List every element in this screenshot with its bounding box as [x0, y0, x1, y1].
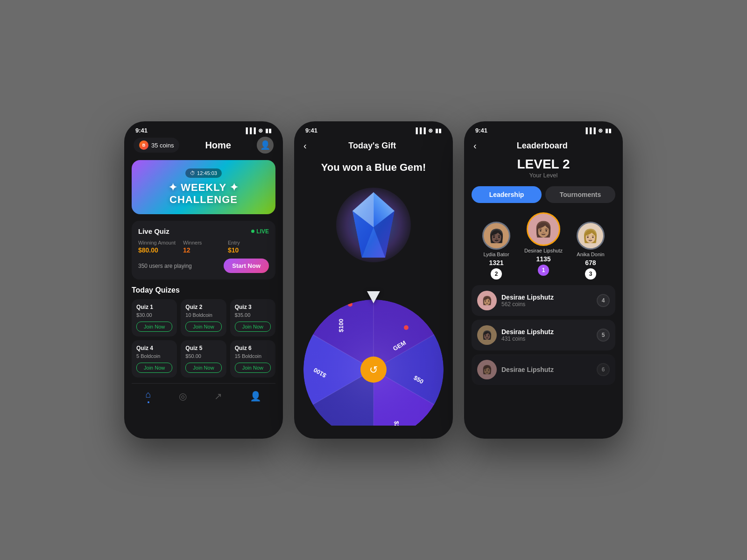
phones-container: 9:41 ▐▐▐ ⊛ ▮▮ B 35 coins Home 👤 ⏱ [124, 121, 623, 439]
live-quiz-card: Live Quiz LIVE Winning Amount $80.00 Win… [132, 221, 275, 280]
users-playing: 350 users are playing [138, 263, 192, 269]
top-avatar-3rd: 👩🏼 [577, 222, 605, 250]
lb-info-4: Desirae Lipshutz 562 coins [501, 294, 592, 308]
lb-rank-4: 4 [597, 294, 610, 307]
svg-text:$100: $100 [338, 319, 345, 332]
gift-back-button[interactable]: ‹ [303, 140, 307, 151]
home-title: Home [205, 140, 231, 151]
lb-rank-6: 6 [597, 363, 610, 376]
lb-row-5: 👩🏿 Desirae Lipshutz 431 coins 5 [472, 320, 615, 350]
wifi-icon-2: ⊛ [428, 127, 433, 134]
join-button-2[interactable]: Join Now [185, 322, 221, 332]
join-button-4[interactable]: Join Now [136, 363, 172, 373]
phone-gift: 9:41 ▐▐▐ ⊛ ▮▮ ‹ Today's Gift You won a B… [294, 121, 453, 439]
quiz-grid: Quiz 1 $30.00 Join Now Quiz 2 10 Boldcoi… [132, 299, 275, 378]
wheel-pointer [367, 291, 380, 303]
bottom-nav: ⌂ ◎ ↗ 👤 [132, 383, 275, 411]
winners-stat: Winners 12 [183, 240, 224, 254]
user-avatar[interactable]: 👤 [257, 137, 274, 154]
phone-leaderboard: 9:41 ▐▐▐ ⊛ ▮▮ ‹ Leaderboard LEVEL 2 Your… [464, 121, 623, 439]
gift-header: ‹ Today's Gift [294, 137, 453, 157]
target-icon: ◎ [179, 391, 187, 402]
coin-icon: B [139, 140, 148, 150]
phone-home: 9:41 ▐▐▐ ⊛ ▮▮ B 35 coins Home 👤 ⏱ [124, 121, 283, 439]
timer-value: 12:45:03 [197, 170, 217, 176]
join-button-6[interactable]: Join Now [235, 363, 271, 373]
leaderboard-list: 👩🏽 Desirae Lipshutz 562 coins 4 👩🏿 Desir… [472, 285, 615, 385]
lb-info-5: Desirae Lipshutz 431 coins [501, 328, 592, 342]
rank-badge-1st: 1 [538, 265, 549, 276]
phone2-content: ‹ Today's Gift You won a Blue Gem! [294, 137, 453, 426]
spin-wheel-container: GEM $50 $25 COIN $100 $100 ↺ [294, 276, 453, 426]
join-button-1[interactable]: Join Now [136, 322, 172, 332]
battery-icon-1: ▮▮ [265, 127, 272, 134]
lb-avatar-5: 👩🏿 [477, 325, 497, 345]
quiz-card-2: Quiz 2 10 Boldcoin Join Now [181, 299, 226, 336]
coins-badge: B 35 coins [134, 138, 179, 153]
level-subtitle: Your Level [472, 172, 615, 179]
weekly-challenge-banner[interactable]: ⏱ 12:45:03 ✦ WEEKLY ✦ CHALLENGE [132, 160, 275, 214]
phone1-content: B 35 coins Home 👤 ⏱ 12:45:03 ✦ WEEKLY ✦ … [124, 137, 283, 418]
quiz-name-6: Quiz 6 [235, 345, 271, 351]
winning-stat: Winning Amount $80.00 [138, 240, 179, 254]
lb-row-4: 👩🏽 Desirae Lipshutz 562 coins 4 [472, 285, 615, 316]
profile-icon: 👤 [250, 391, 261, 402]
live-badge: LIVE [251, 228, 269, 235]
time-2: 9:41 [305, 127, 317, 134]
nav-home[interactable]: ⌂ [146, 389, 151, 403]
tab-leadership[interactable]: Leadership [472, 186, 542, 203]
lb-row-6: 👩🏽 Desirae Lipshutz 6 [472, 354, 615, 385]
quiz-card-5: Quiz 5 $50.00 Join Now [181, 340, 226, 378]
tab-tournoments[interactable]: Tournoments [545, 186, 615, 203]
entry-stat: Entry $10 [228, 240, 269, 254]
status-bar-3: 9:41 ▐▐▐ ⊛ ▮▮ [464, 121, 623, 137]
nav-profile[interactable]: 👤 [250, 391, 261, 402]
quiz-price-4: 5 Boldcoin [136, 353, 172, 359]
nav-active-dot [148, 401, 149, 403]
live-text: LIVE [256, 228, 269, 235]
lb-avatar-4: 👩🏽 [477, 291, 497, 310]
winning-label: Winning Amount [138, 240, 179, 245]
rank-badge-2nd: 2 [491, 268, 502, 280]
phone3-content: ‹ Leaderboard LEVEL 2 Your Level Leaders… [464, 137, 623, 385]
signal-icon-1: ▐▐▐ [244, 127, 256, 134]
join-button-3[interactable]: Join Now [235, 322, 271, 332]
lb-rank-5: 5 [597, 329, 610, 342]
quiz-name-4: Quiz 4 [136, 345, 172, 351]
top-avatar-1st: 👩🏽 [527, 212, 560, 246]
start-now-button[interactable]: Start Now [224, 259, 269, 273]
status-bar-1: 9:41 ▐▐▐ ⊛ ▮▮ [124, 121, 283, 137]
top-avatar-2nd: 👩🏿 [482, 222, 510, 250]
spin-wheel[interactable]: GEM $50 $25 COIN $100 $100 ↺ [303, 300, 444, 426]
top-player-2nd: 👩🏿 Lydia Bator 1321 2 [482, 222, 510, 280]
quiz-name-5: Quiz 5 [185, 345, 221, 351]
status-icons-2: ▐▐▐ ⊛ ▮▮ [414, 127, 442, 134]
nav-challenges[interactable]: ◎ [179, 391, 187, 402]
winning-value: $80.00 [138, 246, 179, 254]
player-name-2nd: Lydia Bator [483, 252, 509, 257]
timer-badge: ⏱ 12:45:03 [185, 168, 222, 178]
gift-title: Today's Gift [310, 141, 434, 151]
nav-stats[interactable]: ↗ [214, 391, 222, 402]
lb-info-6: Desirae Lipshutz [501, 366, 592, 373]
quiz-card-6: Quiz 6 15 Boldcoin Join Now [230, 340, 275, 378]
leaderboard-back-button[interactable]: ‹ [473, 140, 477, 151]
today-quizes-title: Today Quizes [132, 286, 275, 294]
live-quiz-header: Live Quiz LIVE [138, 227, 269, 235]
live-dot [251, 230, 254, 233]
svg-text:$25: $25 [393, 421, 400, 426]
quiz-name-3: Quiz 3 [235, 304, 271, 310]
leaderboard-title: Leaderboard [480, 141, 604, 151]
lb-coins-5: 431 coins [501, 336, 592, 342]
quiz-price-1: $30.00 [136, 312, 172, 318]
quiz-card-3: Quiz 3 $35.00 Join Now [230, 299, 275, 336]
level-section: LEVEL 2 Your Level [472, 157, 615, 179]
battery-icon-3: ▮▮ [605, 127, 612, 134]
clock-icon: ⏱ [190, 170, 195, 176]
chart-icon: ↗ [214, 391, 222, 402]
quiz-price-6: 15 Boldcoin [235, 353, 271, 359]
join-button-5[interactable]: Join Now [185, 363, 221, 373]
home-icon: ⌂ [146, 389, 151, 400]
lb-name-4: Desirae Lipshutz [501, 294, 592, 301]
player-score-1st: 1135 [536, 255, 550, 263]
